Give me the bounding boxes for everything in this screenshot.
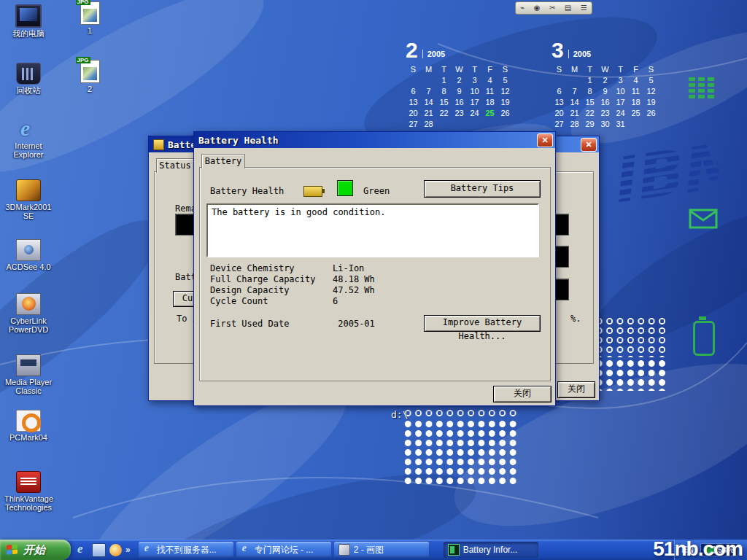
watermark: 51nb.com xyxy=(653,537,743,560)
taskbar-task-active[interactable]: Battery Infor... xyxy=(444,542,538,558)
battery-information-title: Batte xyxy=(168,139,196,150)
desktop-icon-thinkvantage[interactable]: ThinkVantage Technologies xyxy=(4,471,53,512)
internet-explorer-icon xyxy=(17,120,40,140)
calendar-day xyxy=(551,76,567,85)
desktop-icon-label: 回收站 xyxy=(4,86,53,95)
detail-label: Full Charge Capacity xyxy=(210,274,333,284)
calendar-day: 17 xyxy=(613,98,628,106)
3dmark-icon xyxy=(16,179,41,201)
close-icon[interactable] xyxy=(581,138,597,152)
calendar-day: 28 xyxy=(421,120,436,128)
calendar-day: 17 xyxy=(467,98,482,106)
detail-value: 48.18 Wh xyxy=(333,274,375,284)
desktop-icon-label: 3DMark2001 SE xyxy=(4,203,53,220)
desktop-icon-mpc[interactable]: Media Player Classic xyxy=(4,354,53,395)
calendar-day: 2 xyxy=(452,76,467,85)
tab-status[interactable]: Status xyxy=(156,158,194,173)
drive-label: d:\ xyxy=(391,409,408,420)
desktop-icon-internet-explorer[interactable]: Internet Explorer xyxy=(4,120,53,159)
powerdvd-icon xyxy=(16,293,41,315)
calendar-day: 11 xyxy=(628,87,643,96)
menu-icon[interactable]: ☰ xyxy=(581,3,587,13)
calendar-day: 14 xyxy=(567,98,582,106)
show-desktop-icon[interactable] xyxy=(92,543,106,557)
taskbar-task-item[interactable]: 2 - 画图 xyxy=(334,542,429,558)
calendar-day-header: T xyxy=(436,65,452,74)
taskbar-task-item[interactable]: 找不到服务器... xyxy=(139,542,233,558)
desktop-icon-my-computer[interactable]: 我的电脑 xyxy=(4,4,53,38)
acdsee-icon xyxy=(16,239,41,261)
calendar-day: 22 xyxy=(582,109,597,117)
desktop-icon-label: 2 xyxy=(66,85,114,93)
condition-textbox: The battery is in good condition. xyxy=(206,203,539,257)
taskbar-tasks: 找不到服务器...专门网论坛 - ...2 - 画图Battery Infor.… xyxy=(136,540,538,560)
calendar-month-number: 2 xyxy=(406,41,418,60)
battery-health-titlebar[interactable]: Battery Health xyxy=(194,132,555,148)
calendar-day: 6 xyxy=(551,87,567,96)
calendar-day xyxy=(643,120,659,128)
improve-battery-health-button[interactable]: Improve Battery Health... xyxy=(424,315,541,332)
desktop-icon-label: ACDSee 4.0 xyxy=(4,262,53,271)
calendar-day xyxy=(498,120,513,128)
desktop-icon-3dmark[interactable]: 3DMark2001 SE xyxy=(4,179,53,220)
close-button[interactable]: 关闭 xyxy=(557,381,595,398)
calendar-day xyxy=(467,120,482,128)
calendar-year: 2005 xyxy=(422,50,445,58)
close-icon[interactable] xyxy=(537,133,553,147)
calendar-day: 9 xyxy=(452,87,467,96)
calendar-day-header: M xyxy=(567,65,582,74)
condition-text: The battery is in good condition. xyxy=(208,205,538,219)
calendar-day: 2 xyxy=(597,76,613,85)
scissors-icon[interactable]: ✂ xyxy=(549,3,555,13)
calendar-day: 18 xyxy=(482,98,498,106)
thinkvantage-icon xyxy=(16,471,41,493)
calendar-month-number: 3 xyxy=(551,41,564,60)
detail-value: 6 xyxy=(333,296,338,306)
desktop-icon-pcmark04[interactable]: PCMark04 xyxy=(4,410,53,442)
calendar-day: 16 xyxy=(597,98,613,106)
calendar-day: 21 xyxy=(421,109,436,117)
taskbar-task-item[interactable]: 专门网论坛 - ... xyxy=(236,542,331,558)
camera-icon[interactable]: ◉ xyxy=(534,3,541,13)
percent-text: %. xyxy=(570,314,581,324)
file-type-badge: JPG xyxy=(76,57,90,63)
calendar-day-header: F xyxy=(482,65,498,74)
calendar-day: 7 xyxy=(567,87,582,96)
calendar-day xyxy=(452,120,467,128)
calendar-day-header: S xyxy=(406,65,421,74)
calendar-day: 20 xyxy=(551,109,567,117)
desktop-icon-label: 1 xyxy=(66,26,114,35)
calendar-day: 25 xyxy=(628,109,643,117)
calendar-february-2005: 22005SMTWTFS1234567891011121314151617181… xyxy=(406,41,522,128)
calendar-day: 3 xyxy=(613,76,628,85)
calendar-day: 15 xyxy=(582,98,597,106)
media-player-icon[interactable] xyxy=(109,544,122,556)
calendar-day-header: T xyxy=(582,65,597,74)
calendar-day: 23 xyxy=(597,109,613,117)
calendar-day xyxy=(436,120,452,128)
desktop-icon-jpg[interactable]: JPG2 xyxy=(66,60,114,93)
desktop-icon-powerdvd[interactable]: CyberLink PowerDVD xyxy=(4,293,53,334)
calendar-day xyxy=(421,76,436,85)
envelope-icon xyxy=(689,209,718,232)
svg-text:IBM: IBM xyxy=(605,133,724,217)
save-icon[interactable]: ▤ xyxy=(565,3,571,13)
calendar-march-2005: 32005SMTWTFS1234567891011121314151617181… xyxy=(551,41,668,128)
desktop-icon-acdsee[interactable]: ACDSee 4.0 xyxy=(4,239,53,271)
battery-tips-button[interactable]: Battery Tips xyxy=(424,180,541,198)
chevron-more-icon[interactable]: » xyxy=(125,545,131,555)
calendar-day: 9 xyxy=(597,87,613,96)
calendar-day-header: T xyxy=(613,65,628,74)
tab-battery[interactable]: Battery xyxy=(201,154,245,168)
calendar-day-header: W xyxy=(597,65,613,74)
start-button[interactable]: 开始 xyxy=(0,540,71,560)
close-button[interactable]: 关闭 xyxy=(493,386,551,402)
internet-explorer-icon[interactable] xyxy=(76,544,88,556)
calendar-day: 10 xyxy=(613,87,628,96)
desktop-icon-jpg[interactable]: JPG1 xyxy=(66,1,114,35)
plug-icon[interactable]: ⌁ xyxy=(520,3,525,13)
capture-toolbar[interactable]: ⌁◉✂▤☰ xyxy=(515,1,592,15)
desktop-icon-recycle-bin[interactable]: 回收站 xyxy=(4,63,53,95)
desktop-icon-label: 我的电脑 xyxy=(4,29,53,38)
dot-grid-outline-right xyxy=(594,316,667,357)
